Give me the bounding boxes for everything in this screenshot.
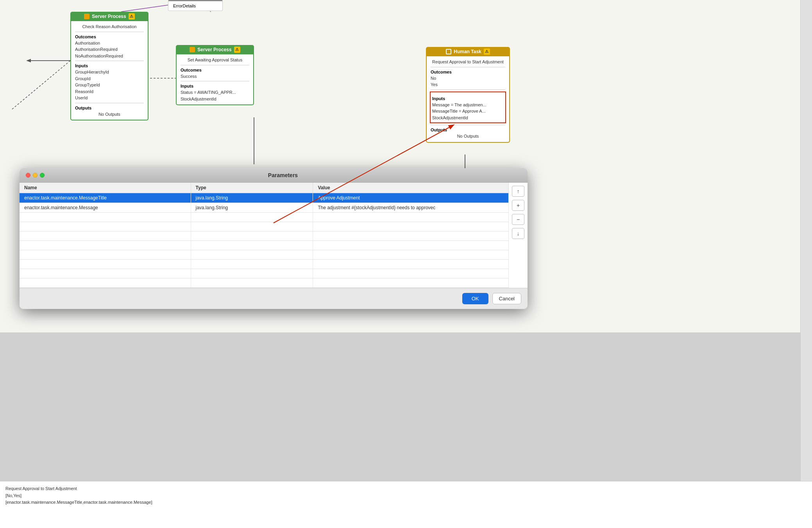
sp1-input-3: GroupTypeId [75,82,144,88]
table-row[interactable]: enactor.task.maintenance.MessageTitle ja… [20,193,509,203]
row1-name: enactor.task.maintenance.MessageTitle [20,193,191,203]
server-icon-2 [190,47,195,52]
server-icon-1 [84,14,89,19]
modal-title: Parameters [45,172,521,178]
right-panel [800,0,812,528]
parameters-modal: Parameters Name Type Value enactor.task.… [20,168,528,309]
server-process-1-body: Check Reason Authorisation Outcomes Auth… [70,21,148,120]
ht-input-3: StockAdjustmentId [432,115,504,121]
sp1-inputs-title: Inputs [75,63,144,68]
sp2-outcomes-title: Outcomes [181,68,249,72]
table-row-empty [20,213,509,222]
svg-line-2 [12,61,70,110]
sp1-outputs-title: Outputs [75,106,144,110]
sp1-subtitle: Check Reason Authorisation [75,23,144,32]
sp1-input-2: GroupId [75,75,144,82]
table-row-empty [20,269,509,278]
table-row-empty [20,260,509,269]
sp2-inputs-title: Inputs [181,84,249,88]
server-process-2-body: Set Awaiting Approval Status Outcomes Su… [176,54,254,105]
sp2-outcome-1: Success [181,73,249,80]
params-table: Name Type Value enactor.task.maintenance… [20,183,509,288]
ht-inputs-title: Inputs [432,96,504,101]
remove-button[interactable]: − [512,214,524,225]
server-process-1-card[interactable]: Server Process ⚠ Check Reason Authorisat… [70,12,148,120]
warning-icon-3: ⚠ [484,48,490,55]
warning-icon-1: ⚠ [129,13,135,20]
table-row-empty [20,241,509,250]
sp1-input-4: ReasonId [75,88,144,95]
sp2-input-2: StockAdjustmentId [181,96,249,102]
ht-input-2: MessageTitle = Approve A... [432,108,504,115]
add-button[interactable]: + [512,200,524,211]
ht-outcome-no: No [431,75,505,82]
sp1-outcome-3: NoAuthorisationRequired [75,53,144,59]
close-button[interactable] [26,173,30,178]
table-row-empty [20,222,509,232]
server-process-1-header: Server Process ⚠ [70,12,148,21]
sp1-outputs: No Outputs [75,111,144,118]
cancel-button[interactable]: Cancel [492,293,521,304]
col-type: Type [191,183,313,193]
row1-type: java.lang.String [191,193,313,203]
bottom-line-1: Request Approval to Start Adjustment [5,485,807,492]
ht-outputs-title: Outputs [431,128,505,132]
sp1-outcome-2: AuthorisationRequired [75,46,144,53]
minimize-button[interactable] [33,173,38,178]
maximize-button[interactable] [40,173,45,178]
bottom-panel: Request Approval to Start Adjustment [No… [0,481,812,528]
ht-subtitle: Request Approval to Start Adjustment [431,59,505,67]
move-up-button[interactable]: ↑ [512,186,524,197]
table-row-empty [20,250,509,260]
table-row[interactable]: enactor.task.maintenance.Message java.la… [20,203,509,213]
table-row-empty [20,232,509,241]
bottom-line-2: [No,Yes] [5,492,807,499]
ht-outputs: No Outputs [431,133,505,140]
col-name: Name [20,183,191,193]
svg-line-3 [121,4,176,12]
human-icon [446,49,451,54]
row1-value: Approve Adjustment [313,193,509,203]
col-value: Value [313,183,509,193]
ht-input-1: Message = The adjustmen... [432,102,504,108]
table-row-empty [20,278,509,288]
modal-titlebar: Parameters [20,168,528,183]
ok-button[interactable]: OK [462,293,488,304]
server-process-2-header: Server Process ⚠ [176,45,254,54]
sp1-input-1: GroupHierarchyId [75,69,144,75]
modal-content: Name Type Value enactor.task.maintenance… [20,183,528,288]
modal-footer: OK Cancel [20,288,528,309]
human-task-body: Request Approval to Start Adjustment Out… [426,56,510,143]
side-buttons: ↑ + − ↓ [509,183,528,288]
sp2-subtitle: Set Awaiting Approval Status [181,57,249,65]
row2-value: The adjustment #{stockAdjustmentId} need… [313,203,509,213]
ht-outcome-yes: Yes [431,81,505,88]
row2-type: java.lang.String [191,203,313,213]
move-down-button[interactable]: ↓ [512,228,524,239]
ht-outcomes-title: Outcomes [431,70,505,74]
bottom-line-3: [enactor.task.maintenance.MessageTitle,e… [5,499,807,506]
sp1-outcome-1: Authorisation [75,40,144,47]
row2-name: enactor.task.maintenance.Message [20,203,191,213]
ht-inputs-highlight: Inputs Message = The adjustmen... Messag… [430,92,506,124]
error-details-box: ErrorDetails [168,0,223,11]
sp1-input-5: UserId [75,95,144,101]
human-task-header: Human Task ⚠ [426,47,510,56]
sp1-outcomes-title: Outcomes [75,34,144,39]
sp2-input-1: Status = AWAITING_APPR... [181,89,249,96]
table-wrapper: Name Type Value enactor.task.maintenance… [20,183,509,288]
warning-icon-2: ⚠ [234,47,240,53]
human-task-card[interactable]: Human Task ⚠ Request Approval to Start A… [426,47,510,143]
traffic-lights[interactable] [26,173,45,178]
error-details-label: ErrorDetails [173,4,196,8]
table-container: Name Type Value enactor.task.maintenance… [20,183,528,288]
server-process-2-card[interactable]: Server Process ⚠ Set Awaiting Approval S… [176,45,254,105]
